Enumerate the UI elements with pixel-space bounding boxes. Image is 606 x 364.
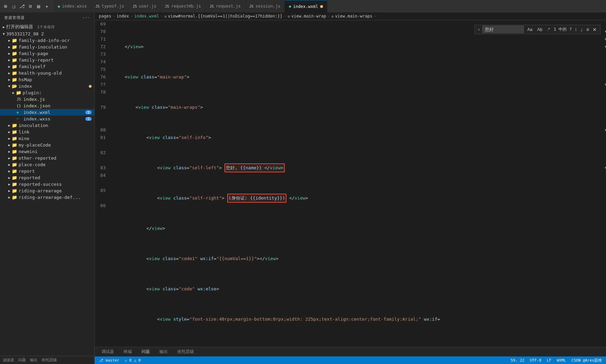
sidebar-actions: ··· bbox=[82, 15, 90, 20]
code-editor[interactable]: 69 70 ▼ 71 ▼ 72 ▼ 73 74 75 76 77 ▼ 78 79… bbox=[95, 20, 606, 347]
bottom-tab-output[interactable]: 输出 bbox=[155, 348, 172, 355]
search-close-btn[interactable]: ✕ bbox=[592, 27, 597, 32]
sidebar-item-newmini[interactable]: ▶ 📁 newmini bbox=[0, 148, 94, 155]
code-line-77: <view class="code" wx:else> bbox=[113, 285, 606, 293]
sidebar-item-index-wxss[interactable]: ~ index.wxss 1 bbox=[0, 116, 94, 122]
sidebar-item-other-reported[interactable]: ▶ 📁 other-reported bbox=[0, 155, 94, 161]
search-word-btn[interactable]: Ab bbox=[535, 26, 544, 33]
folder-icon: 📁 bbox=[12, 149, 17, 154]
sidebar-item-riding-arrearage[interactable]: ▶ 📁 riding-arrearage bbox=[0, 188, 94, 194]
code-content: </view> <view class="main-wrap"> <view c… bbox=[111, 20, 606, 347]
file-tree: ▶ 打开的编辑器 1个未保存 ▼ 395332172_98 2 ▶ 📁 fami… bbox=[0, 23, 94, 356]
chevron-icon: ▶ bbox=[8, 189, 10, 193]
search-case-btn[interactable]: Aa bbox=[526, 26, 534, 33]
sidebar-item-family-add-info-ocr[interactable]: ▶ 📁 family-add-info-ocr bbox=[0, 37, 94, 44]
item-label: reported-success bbox=[19, 182, 62, 187]
tab-label: user.js bbox=[139, 4, 156, 9]
chevron-icon: ▶ bbox=[8, 39, 10, 42]
modified-dot bbox=[89, 85, 92, 88]
tab-session-js[interactable]: JS session.js bbox=[245, 0, 285, 12]
line-num-82b bbox=[99, 157, 106, 164]
folder-icon: 📁 bbox=[12, 64, 17, 69]
chevron-icon: ▶ bbox=[8, 169, 10, 173]
breadcrumb-main-wraps: view.main-wraps bbox=[335, 14, 372, 19]
split-icon[interactable]: ⊟ bbox=[28, 3, 33, 9]
chevron-icon: ▶ bbox=[8, 124, 10, 127]
line-ending: LF bbox=[547, 358, 551, 363]
chevron-icon: ▶ bbox=[8, 52, 10, 55]
sidebar-item-health-young-old[interactable]: ▶ 📁 health-young-old bbox=[0, 70, 94, 76]
bottom-tab-debugger[interactable]: 调试器 bbox=[97, 348, 118, 355]
tab-label: index.wxml bbox=[293, 4, 318, 9]
sidebar-item-family-inoculation[interactable]: ▶ 📁 family-inoculation bbox=[0, 44, 94, 50]
sidebar-item-plugin[interactable]: ▶ 📁 plugin: bbox=[0, 89, 94, 96]
sidebar-item-inoculation[interactable]: ▶ 📁 inoculation bbox=[0, 122, 94, 129]
chevron-icon: ▶ bbox=[8, 176, 10, 180]
sidebar-item-reported-success[interactable]: ▶ 📁 reported-success bbox=[0, 181, 94, 188]
item-label: index.wxml bbox=[23, 110, 50, 115]
tab-typeof-js[interactable]: JS typeof.js bbox=[91, 0, 128, 12]
sidebar-item-hsmap[interactable]: ▶ 📁 hsMap bbox=[0, 76, 94, 83]
search-menu-btn[interactable]: ≡ bbox=[586, 27, 590, 32]
sidebar-item-place-code[interactable]: ▶ 📁 place-code bbox=[0, 161, 94, 168]
tab-user-js[interactable]: JS user.js bbox=[128, 0, 161, 12]
folder-icon: 📁 bbox=[12, 136, 17, 141]
item-label: plugin: bbox=[23, 90, 42, 95]
item-label: family-page bbox=[19, 51, 48, 56]
tab-requesthb-js[interactable]: JS requestHb.js bbox=[161, 0, 206, 12]
chevron-icon: ▶ bbox=[8, 163, 10, 167]
search-bar: › Aa Ab .* 1 中的 ? ↑ ↓ ≡ ✕ bbox=[474, 25, 600, 34]
sidebar-menu-icon[interactable]: ··· bbox=[82, 15, 90, 20]
sidebar-item-index-js[interactable]: JS index.js bbox=[0, 96, 94, 103]
search-next-btn[interactable]: ↓ bbox=[580, 27, 584, 32]
title-bar-icons: ⊞ ❑ ⎇ ⊟ ▤ ✦ bbox=[3, 3, 50, 9]
sidebar-item-familyself[interactable]: ▶ 📁 familyself bbox=[0, 63, 94, 70]
project-root-header[interactable]: ▼ 395332172_98 2 bbox=[0, 31, 94, 37]
open-editors-label: 打开的编辑器 bbox=[6, 24, 33, 30]
sidebar-item-my-placecode[interactable]: ▶ 📁 my-placeCode bbox=[0, 142, 94, 148]
item-label: familyself bbox=[19, 64, 45, 69]
bottom-tab-terminal[interactable]: 终端 bbox=[119, 348, 136, 355]
cursor-position: 59, 22 bbox=[511, 358, 524, 363]
sidebar-item-link[interactable]: ▶ 📁 link bbox=[0, 129, 94, 135]
bottom-tabs: 调试器 终端 问题 输出 依托层级 bbox=[95, 347, 606, 356]
language: WXML bbox=[557, 358, 566, 363]
item-label: index bbox=[19, 84, 32, 89]
star-icon[interactable]: ✦ bbox=[44, 3, 50, 9]
sidebar-item-index-wxml[interactable]: ◈ index.wxml 1 bbox=[0, 109, 94, 116]
chevron-icon: ▶ bbox=[8, 45, 10, 49]
layout-icon[interactable]: ▤ bbox=[36, 3, 41, 9]
chevron-icon: ▶ bbox=[8, 78, 10, 82]
tab-label: request.js bbox=[216, 4, 241, 9]
bottom-tab-problems[interactable]: 问题 bbox=[137, 348, 154, 355]
line-num-71: 71 ▼ bbox=[99, 35, 106, 43]
item-label: link bbox=[19, 129, 29, 135]
open-editors-header[interactable]: ▶ 打开的编辑器 1个未保存 bbox=[0, 23, 94, 31]
grid-icon[interactable]: ⊞ bbox=[3, 3, 8, 9]
folder-icon: 📁 bbox=[12, 71, 17, 76]
sidebar-item-riding-arrearage-def[interactable]: ▶ 📁 riding-arrearage-def... bbox=[0, 194, 94, 201]
wxss-icon: ● bbox=[58, 4, 60, 8]
main-layout: 资源管理器 ··· ▶ 打开的编辑器 1个未保存 ▼ 395332172_98 … bbox=[0, 12, 606, 364]
copy-icon[interactable]: ❑ bbox=[11, 3, 17, 9]
item-label: family-inoculation bbox=[19, 44, 67, 50]
sidebar-item-family-page[interactable]: ▶ 📁 family-page bbox=[0, 50, 94, 57]
breadcrumb-view2: ◇ bbox=[288, 14, 290, 19]
tab-request-js[interactable]: JS request.js bbox=[206, 0, 245, 12]
sidebar-item-report[interactable]: ▶ 📁 report bbox=[0, 168, 94, 174]
sidebar-item-index-json[interactable]: {} index.json bbox=[0, 103, 94, 109]
item-label: inoculation bbox=[19, 123, 48, 128]
filter-tab: 滤波器 bbox=[3, 357, 14, 363]
code-line-78: <view style="font-size:40rpx;margin-bott… bbox=[113, 315, 606, 323]
tab-index-wxss[interactable]: ● index.wxss bbox=[54, 0, 91, 12]
sidebar-item-family-report[interactable]: ▶ 📁 family-report bbox=[0, 57, 94, 63]
search-prev-btn[interactable]: ↑ bbox=[574, 27, 578, 32]
sidebar-item-mine[interactable]: ▶ 📁 mine bbox=[0, 135, 94, 142]
search-regex-btn[interactable]: .* bbox=[545, 26, 552, 33]
sidebar-item-reported[interactable]: ▶ 📁 reported bbox=[0, 174, 94, 181]
tab-index-wxml[interactable]: ● index.wxml bbox=[285, 0, 327, 12]
search-input[interactable] bbox=[482, 26, 524, 33]
bottom-tab-hierarchy[interactable]: 依托层级 bbox=[173, 348, 198, 355]
git-icon[interactable]: ⎇ bbox=[19, 3, 25, 9]
sidebar-item-index[interactable]: ▼ 📂 index bbox=[0, 83, 94, 89]
